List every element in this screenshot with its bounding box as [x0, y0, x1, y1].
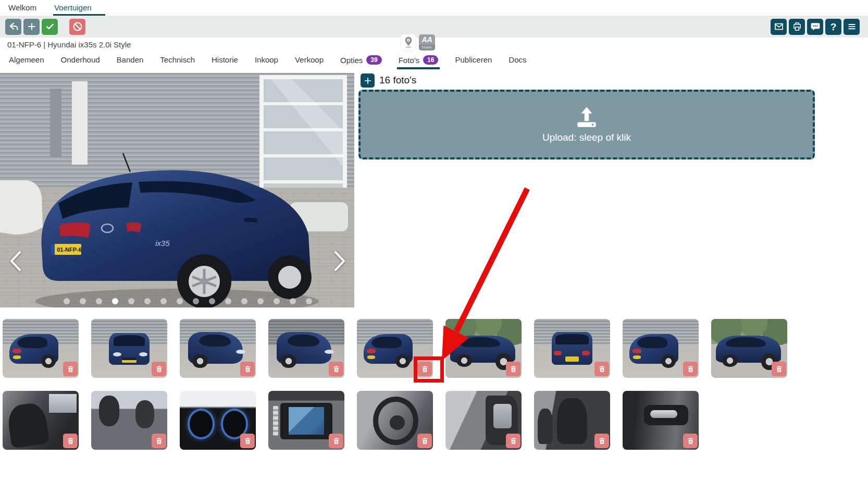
thumb-art [13, 349, 22, 353]
plus-icon [27, 21, 37, 32]
tab-publiceren[interactable]: Publiceren [453, 52, 493, 69]
photo-thumbnail-14[interactable] [357, 391, 433, 450]
tab-label: Publiceren [455, 55, 492, 64]
email-button[interactable] [771, 19, 787, 35]
toolbar-right-group: ? [771, 19, 860, 35]
print-button[interactable] [789, 19, 805, 35]
delete-photo-button[interactable] [594, 434, 609, 448]
delete-photo-button[interactable] [329, 362, 343, 376]
photo-thumbnail-10[interactable] [3, 391, 79, 450]
delete-photo-button[interactable] [329, 434, 343, 448]
thumb-art [493, 404, 512, 428]
delete-photo-button[interactable] [152, 362, 166, 376]
thumb-art [557, 398, 587, 444]
carousel-dot[interactable] [177, 298, 183, 304]
thumb-art [188, 409, 215, 439]
carousel-dot[interactable] [225, 298, 231, 304]
trash-icon [332, 437, 340, 445]
carousel-dot[interactable] [209, 298, 215, 304]
trash-icon [510, 437, 517, 445]
chat-button[interactable] [807, 19, 823, 35]
thumb-art [325, 350, 334, 354]
delete-photo-button[interactable] [63, 362, 78, 376]
delete-photo-button[interactable] [152, 434, 166, 448]
carousel-dot[interactable] [290, 298, 296, 304]
tab-verkoop[interactable]: Verkoop [293, 52, 325, 69]
photos-count-label: 16 foto's [379, 75, 416, 86]
cancel-button[interactable] [69, 19, 85, 35]
carousel-dot[interactable] [306, 298, 312, 304]
undo-arrow-icon [8, 21, 19, 32]
photo-thumbnail-2[interactable] [91, 319, 167, 378]
add-photo-button[interactable] [361, 73, 375, 88]
app-tab-bar: Welkom Voertuigen [0, 0, 868, 16]
tab-opties[interactable]: Opties39 [339, 52, 383, 69]
delete-photo-button[interactable] [506, 434, 520, 448]
carousel-dot[interactable] [160, 298, 167, 304]
thumb-art [109, 333, 150, 365]
photo-thumbnail-16[interactable] [534, 391, 610, 450]
photo-thumbnail-13[interactable] [268, 391, 344, 450]
carousel-dot[interactable] [128, 298, 134, 304]
thumb-art [552, 332, 593, 365]
delete-photo-button[interactable] [240, 434, 255, 448]
photo-thumbnail-12[interactable] [180, 391, 256, 450]
vehicle-title: 01-NFP-6 | Hyundai ix35s 2.0i Style [7, 38, 131, 52]
carousel-dot[interactable] [274, 298, 280, 304]
confirm-button[interactable] [42, 19, 58, 35]
photo-thumbnail-9[interactable] [711, 319, 787, 378]
carousel-dot[interactable] [193, 298, 199, 304]
delete-photo-button[interactable] [683, 434, 698, 448]
tab-docs[interactable]: Docs [507, 52, 528, 69]
tab-label: Docs [509, 55, 526, 64]
trash-icon [244, 365, 252, 373]
carousel-next-button[interactable] [330, 249, 349, 273]
tab-historie[interactable]: Historie [210, 52, 240, 69]
photo-thumbnail-7[interactable] [534, 319, 610, 378]
carousel-dot[interactable] [80, 298, 86, 304]
photo-thumbnail-6[interactable] [445, 319, 522, 378]
trash-icon [67, 365, 75, 373]
photo-thumbnail-17[interactable] [623, 391, 699, 450]
aa-label: AA [419, 34, 435, 45]
carousel-dot-active[interactable] [112, 298, 118, 304]
tab-label: Foto's [399, 56, 419, 65]
delete-photo-button[interactable] [417, 434, 432, 448]
tab-fotos[interactable]: Foto's16 [397, 52, 440, 69]
photo-thumbnail-4[interactable] [268, 319, 344, 378]
delete-photo-button[interactable] [63, 434, 78, 448]
delete-photo-button[interactable] [772, 362, 786, 376]
photo-thumbnail-11[interactable] [91, 391, 167, 450]
carousel-dot[interactable] [241, 298, 247, 304]
tab-welkom[interactable]: Welkom [7, 1, 40, 16]
help-button[interactable]: ? [825, 19, 841, 35]
envelope-icon [774, 21, 784, 32]
upload-dropzone[interactable]: Upload: sleep of klik [358, 90, 815, 159]
chevron-right-icon [330, 249, 349, 273]
carousel-dot[interactable] [144, 298, 151, 304]
add-button[interactable] [23, 19, 40, 35]
photo-thumbnail-1[interactable] [3, 319, 79, 378]
tab-voertuigen[interactable]: Voertuigen [53, 1, 105, 16]
tab-onderhoud[interactable]: Onderhoud [59, 52, 102, 69]
carousel-dot[interactable] [64, 298, 70, 304]
photo-thumbnail-15[interactable] [445, 391, 522, 450]
aa-team-icon[interactable]: AA team [419, 34, 435, 51]
carousel-prev-button[interactable] [6, 249, 25, 273]
tab-algemeen[interactable]: Algemeen [7, 52, 46, 69]
check-icon [45, 21, 55, 32]
tab-banden[interactable]: Banden [115, 52, 145, 69]
delete-photo-button[interactable] [506, 362, 520, 376]
delete-photo-button[interactable] [683, 362, 698, 376]
back-button[interactable] [5, 19, 21, 35]
carousel-dot[interactable] [96, 298, 102, 304]
photo-thumbnail-8[interactable] [623, 319, 699, 378]
delete-photo-button[interactable] [240, 362, 255, 376]
tab-inkoop[interactable]: Inkoop [253, 52, 280, 69]
delete-photo-button[interactable] [594, 362, 609, 376]
menu-button[interactable] [844, 19, 860, 35]
carousel-dot[interactable] [257, 298, 264, 304]
location-pin-icon[interactable] [401, 34, 416, 51]
tab-technisch[interactable]: Technisch [158, 52, 196, 69]
photo-thumbnail-3[interactable] [180, 319, 256, 378]
